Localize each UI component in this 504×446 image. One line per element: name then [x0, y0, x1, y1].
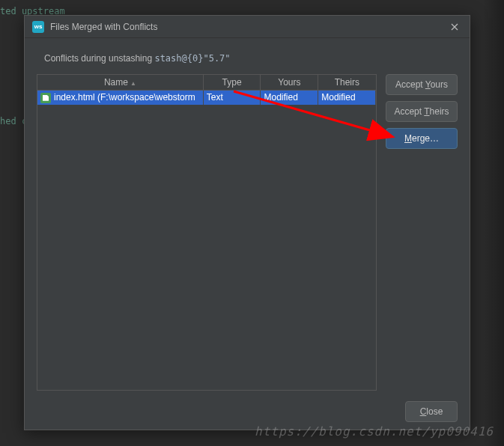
col-yours[interactable]: Yours [261, 75, 318, 90]
close-button[interactable]: Close [405, 401, 458, 422]
btn-label: Accept Yours [395, 79, 448, 90]
accept-yours-button[interactable]: Accept Yours [386, 74, 458, 95]
cell-theirs: Modified [318, 90, 376, 105]
sort-asc-icon: ▲ [130, 80, 136, 87]
table-row[interactable]: index.html (F:\workspace\webstorm Text M… [37, 90, 376, 105]
accept-theirs-button[interactable]: Accept Theirs [386, 101, 458, 122]
cell-name: index.html (F:\workspace\webstorm [37, 90, 203, 105]
titlebar: ws Files Merged with Conflicts [25, 16, 470, 38]
background-text-2: hed c [0, 116, 27, 126]
btn-label: Merge… [404, 133, 439, 144]
subtitle: Conflicts during unstashing stash@{0}"5.… [44, 53, 458, 64]
conflicts-dialog: ws Files Merged with Conflicts Conflicts… [24, 15, 470, 430]
col-name-label: Name [104, 77, 128, 88]
subtitle-prefix: Conflicts during unstashing [44, 53, 154, 64]
col-name[interactable]: Name▲ [37, 75, 203, 90]
subtitle-stash: stash@{0}"5.7" [154, 53, 230, 64]
col-type[interactable]: Type [203, 75, 261, 90]
cell-name-text: index.html (F:\workspace\webstorm [54, 92, 195, 103]
conflicts-table-wrap: Name▲ Type Yours Theirs index.html (F:\w… [37, 74, 377, 391]
cell-yours: Modified [261, 90, 318, 105]
action-buttons: Accept Yours Accept Theirs Merge… [386, 74, 458, 391]
dialog-body: Conflicts during unstashing stash@{0}"5.… [25, 38, 470, 430]
btn-label: Accept Theirs [394, 106, 449, 117]
shadow [483, 0, 504, 446]
merge-button[interactable]: Merge… [386, 128, 458, 149]
main-row: Name▲ Type Yours Theirs index.html (F:\w… [37, 74, 458, 391]
dialog-title: Files Merged with Conflicts [50, 22, 447, 32]
close-icon[interactable] [447, 19, 462, 34]
btn-label: Close [420, 406, 443, 417]
watermark: https://blog.csdn.net/yp090416 [255, 424, 494, 439]
cell-type: Text [203, 90, 261, 105]
col-theirs[interactable]: Theirs [318, 75, 376, 90]
file-icon [40, 93, 51, 103]
webstorm-icon: ws [32, 21, 44, 33]
dialog-footer: Close [37, 391, 458, 422]
conflicts-table: Name▲ Type Yours Theirs index.html (F:\w… [37, 75, 376, 105]
